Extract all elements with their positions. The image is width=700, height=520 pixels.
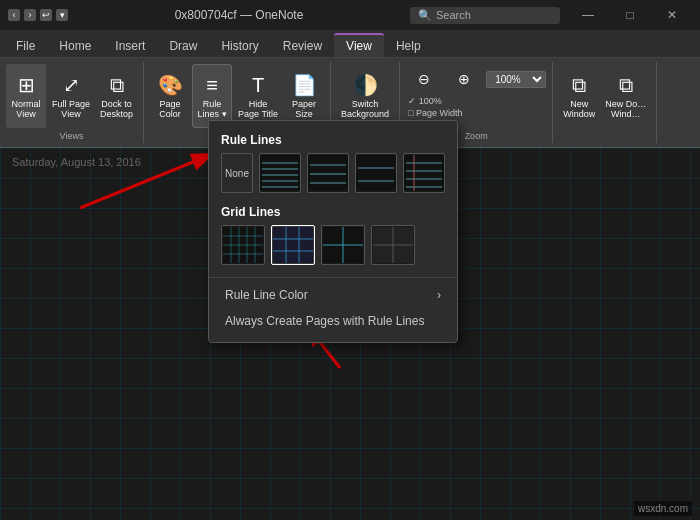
switch-bg-label: SwitchBackground (341, 99, 389, 119)
svg-rect-10 (356, 155, 396, 191)
paper-size-button[interactable]: 📄 PaperSize (284, 64, 324, 128)
full-page-icon: ⤢ (63, 73, 80, 97)
zoom-row-1: ⊖ ⊕ 100% 75% 150% 200% (406, 64, 546, 94)
medium-lines-svg (308, 155, 348, 191)
tab-insert[interactable]: Insert (103, 35, 157, 57)
none-option[interactable]: None (221, 153, 253, 193)
always-create-label: Always Create Pages with Rule Lines (225, 314, 424, 328)
page-color-label: PageColor (159, 99, 181, 119)
page-color-icon: 🎨 (158, 73, 183, 97)
tab-draw[interactable]: Draw (157, 35, 209, 57)
rule-lines-icon: ≡ (206, 74, 218, 97)
always-create-item[interactable]: Always Create Pages with Rule Lines (209, 308, 457, 334)
large-grid-svg (323, 227, 363, 263)
paper-size-label: PaperSize (292, 99, 316, 119)
views-group: ⊞ NormalView ⤢ Full PageView ⧉ Dock toDe… (0, 62, 144, 143)
rule-lines-section-title: Rule Lines (209, 129, 457, 153)
full-page-label: Full PageView (52, 99, 90, 119)
zoom-in-icon: ⊕ (458, 71, 470, 87)
hide-title-icon: T (252, 74, 264, 97)
maximize-button[interactable]: □ (610, 3, 650, 27)
tab-history[interactable]: History (209, 35, 270, 57)
rule-line-color-label: Rule Line Color (225, 288, 308, 302)
medium-grid-option[interactable] (271, 225, 315, 265)
forward-btn[interactable]: › (24, 9, 36, 21)
window-buttons: ⧉ NewWindow ⧉ New Do…Wind… (559, 64, 650, 139)
submenu-arrow-icon: › (437, 288, 441, 302)
dock-to-desktop-button[interactable]: ⧉ Dock toDesktop (96, 64, 137, 128)
new-window-label: NewWindow (563, 99, 595, 119)
rule-lines-dropdown: Rule Lines None (208, 120, 458, 343)
back-btn[interactable]: ‹ (8, 9, 20, 21)
normal-view-button[interactable]: ⊞ NormalView (6, 64, 46, 128)
hide-page-title-button[interactable]: T HidePage Title (234, 64, 282, 128)
svg-rect-6 (308, 155, 348, 191)
window-title: 0x800704cf — OneNote (76, 8, 402, 22)
page-color-button[interactable]: 🎨 PageColor (150, 64, 190, 128)
college-lines-option[interactable] (403, 153, 445, 193)
college-lines-svg (404, 155, 444, 191)
xl-grid-svg (373, 227, 413, 263)
dock-icon: ⧉ (110, 74, 124, 97)
search-box[interactable]: 🔍 Search (410, 7, 560, 24)
svg-rect-0 (260, 155, 300, 191)
medium-grid-svg (273, 227, 313, 263)
views-buttons: ⊞ NormalView ⤢ Full PageView ⧉ Dock toDe… (6, 64, 137, 129)
paper-size-icon: 📄 (292, 73, 317, 97)
dock-label: Dock toDesktop (100, 99, 133, 119)
full-page-view-button[interactable]: ⤢ Full PageView (48, 64, 94, 128)
zoom-out-icon: ⊖ (418, 71, 430, 87)
tab-review[interactable]: Review (271, 35, 334, 57)
normal-view-icon: ⊞ (18, 73, 35, 97)
narrow-lines-svg (260, 155, 300, 191)
small-grid-option[interactable] (221, 225, 265, 265)
wide-lines-svg (356, 155, 396, 191)
new-window-button[interactable]: ⧉ NewWindow (559, 64, 599, 128)
switch-bg-icon: 🌓 (353, 73, 378, 97)
tab-home[interactable]: Home (47, 35, 103, 57)
rule-lines-label: RuleLines ▾ (198, 99, 227, 119)
window-action-buttons: — □ ✕ (568, 3, 692, 27)
page-width-label: □ Page Width (406, 108, 462, 118)
title-bar: ‹ › ↩ ▾ 0x800704cf — OneNote 🔍 Search — … (0, 0, 700, 30)
medium-lines-option[interactable] (307, 153, 349, 193)
svg-rect-27 (273, 227, 313, 263)
watermark: wsxdn.com (634, 501, 692, 516)
svg-rect-13 (404, 155, 444, 191)
normal-view-label: NormalView (11, 99, 40, 119)
zoom-out-button[interactable]: ⊖ (406, 64, 442, 94)
tab-help[interactable]: Help (384, 35, 433, 57)
date-label: Saturday, August 13, 2016 (12, 156, 141, 168)
grid-lines-options (209, 225, 457, 273)
wide-lines-option[interactable] (355, 153, 397, 193)
grid-lines-section-title: Grid Lines (209, 201, 457, 225)
small-grid-svg (223, 227, 263, 263)
large-grid-option[interactable] (321, 225, 365, 265)
new-docked-icon: ⧉ (619, 74, 633, 97)
zoom-select[interactable]: 100% 75% 150% 200% (486, 71, 546, 88)
zoom-in-button[interactable]: ⊕ (446, 64, 482, 94)
window-group: ⧉ NewWindow ⧉ New Do…Wind… (553, 62, 657, 143)
narrow-lines-option[interactable] (259, 153, 301, 193)
close-button[interactable]: ✕ (652, 3, 692, 27)
rule-lines-button[interactable]: ≡ RuleLines ▾ (192, 64, 232, 128)
new-window-icon: ⧉ (572, 74, 586, 97)
tab-view[interactable]: View (334, 33, 384, 57)
rule-line-color-item[interactable]: Rule Line Color › (209, 282, 457, 308)
window-controls: ‹ › ↩ ▾ (8, 9, 68, 21)
new-docked-button[interactable]: ⧉ New Do…Wind… (601, 64, 650, 128)
tab-file[interactable]: File (4, 35, 47, 57)
search-placeholder: Search (436, 9, 471, 21)
rule-lines-options: None (209, 153, 457, 201)
divider-1 (209, 277, 457, 278)
menu-btn[interactable]: ▾ (56, 9, 68, 21)
undo-btn[interactable]: ↩ (40, 9, 52, 21)
minimize-button[interactable]: — (568, 3, 608, 27)
views-group-label: Views (60, 131, 84, 141)
zoom-100-label: ✓ 100% (406, 96, 442, 106)
ribbon-tabs: File Home Insert Draw History Review Vie… (0, 30, 700, 58)
xl-grid-option[interactable] (371, 225, 415, 265)
search-icon: 🔍 (418, 9, 432, 22)
switch-background-button[interactable]: 🌓 SwitchBackground (337, 64, 393, 128)
hide-title-label: HidePage Title (238, 99, 278, 119)
